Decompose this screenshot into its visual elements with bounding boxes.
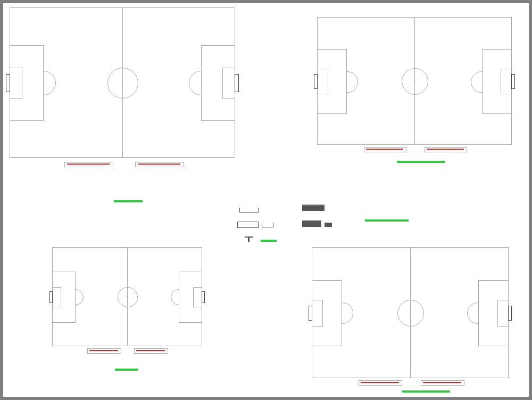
bench-right-1 [135,162,184,167]
soccer-field-2 [317,17,512,145]
bench-seats-icon [423,382,461,383]
bench-seats-icon [136,350,165,351]
bench-seats-icon [361,382,399,383]
bench-post-icon [248,238,250,242]
scale-bar-1 [114,200,143,202]
bench-seats-icon [67,164,110,165]
bench-left-4 [359,380,402,386]
bench-seats-icon [89,350,118,351]
soccer-field-1 [10,7,235,158]
bench-seats-icon [427,149,464,150]
drawing-canvas[interactable] [3,7,529,393]
dugout-elevation-icon [302,206,325,211]
bench-seats-icon [138,164,180,165]
scale-bar-6 [261,240,277,242]
bench-left-3 [87,348,121,354]
scale-bar-2 [397,161,445,163]
dugout-side-icon [302,221,321,227]
bench-right-2 [425,147,467,152]
bench-right-4 [421,380,464,386]
dugout-front-icon [239,208,259,213]
scale-bar-5 [402,390,450,393]
dugout-section-icon [237,222,259,228]
scale-bar-3 [365,219,409,222]
soccer-field-4 [312,247,509,378]
scale-bar-4 [115,369,138,371]
soccer-field-3 [52,247,202,346]
bench-left-2 [364,147,406,152]
bench-right-3 [134,348,168,354]
bench-seats-icon [366,149,403,150]
bench-left-1 [64,162,113,167]
